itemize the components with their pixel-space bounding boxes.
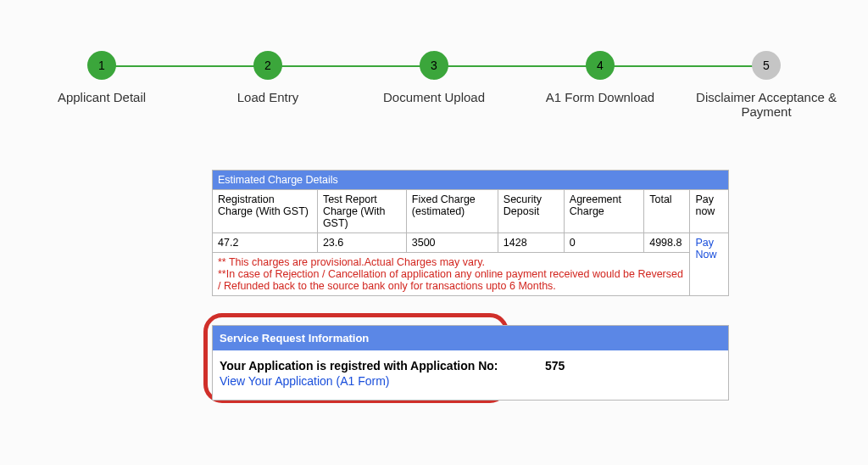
col-security: Security Deposit xyxy=(498,190,564,233)
step-label: Applicant Detail xyxy=(58,90,146,104)
col-registration: Registration Charge (With GST) xyxy=(213,190,318,233)
step-number: 3 xyxy=(420,51,448,80)
charges-data-row: 47.2 23.6 3500 1428 0 4998.8 Pay Now xyxy=(213,233,729,253)
step-load-entry[interactable]: 2 Load Entry xyxy=(185,51,351,104)
col-paynow: Pay now xyxy=(690,190,729,233)
step-connector xyxy=(268,65,434,67)
pay-now-link[interactable]: Pay Now xyxy=(695,237,716,261)
charges-note1: ** This charges are provisional.Actual C… xyxy=(218,256,684,268)
step-label: Document Upload xyxy=(383,90,485,104)
step-number: 1 xyxy=(87,51,116,80)
col-total: Total xyxy=(644,190,690,233)
step-connector xyxy=(434,65,600,67)
val-total: 4998.8 xyxy=(644,233,690,253)
step-applicant-detail[interactable]: 1 Applicant Detail xyxy=(19,51,185,104)
cell-paynow: Pay Now xyxy=(690,233,729,296)
step-number: 4 xyxy=(586,51,615,80)
application-number: 575 xyxy=(526,359,565,373)
charges-table: Estimated Charge Details Registration Ch… xyxy=(212,170,729,296)
col-test-report: Test Report Charge (With GST) xyxy=(317,190,406,233)
charges-note2: **In case of Rejection / Cancellation of… xyxy=(218,268,684,292)
step-label: A1 Form Download xyxy=(546,90,654,104)
col-fixed: Fixed Charge (estimated) xyxy=(406,190,498,233)
val-test-report: 23.6 xyxy=(317,233,406,253)
registration-line: Your Application is registred with Appli… xyxy=(220,359,721,373)
charges-note-cell: ** This charges are provisional.Actual C… xyxy=(213,253,690,296)
service-request-panel: Service Request Information Your Applica… xyxy=(212,325,729,401)
progress-stepper: 1 Applicant Detail 2 Load Entry 3 Docume… xyxy=(19,51,849,119)
step-label: Disclaimer Acceptance & Payment xyxy=(690,90,843,119)
step-disclaimer-payment[interactable]: 5 Disclaimer Acceptance & Payment xyxy=(683,51,849,119)
col-agreement: Agreement Charge xyxy=(564,190,643,233)
step-connector xyxy=(102,65,268,67)
charges-header-row: Registration Charge (With GST) Test Repo… xyxy=(213,190,729,233)
step-connector xyxy=(600,65,766,67)
step-label: Load Entry xyxy=(237,90,299,104)
content-area: Estimated Charge Details Registration Ch… xyxy=(212,170,729,401)
val-security: 1428 xyxy=(498,233,564,253)
val-fixed: 3500 xyxy=(406,233,498,253)
registration-prefix: Your Application is registred with Appli… xyxy=(220,359,498,373)
val-agreement: 0 xyxy=(564,233,643,253)
service-request-heading: Service Request Information xyxy=(213,326,728,350)
step-number: 2 xyxy=(253,51,282,80)
charges-heading: Estimated Charge Details xyxy=(213,171,729,190)
step-a1-form-download[interactable]: 4 A1 Form Download xyxy=(517,51,683,104)
view-application-link[interactable]: View Your Application (A1 Form) xyxy=(220,374,390,388)
step-document-upload[interactable]: 3 Document Upload xyxy=(351,51,517,104)
charges-note-row: ** This charges are provisional.Actual C… xyxy=(213,253,729,296)
service-request-body: Your Application is registred with Appli… xyxy=(213,350,728,400)
val-registration: 47.2 xyxy=(213,233,318,253)
step-number: 5 xyxy=(752,51,781,80)
